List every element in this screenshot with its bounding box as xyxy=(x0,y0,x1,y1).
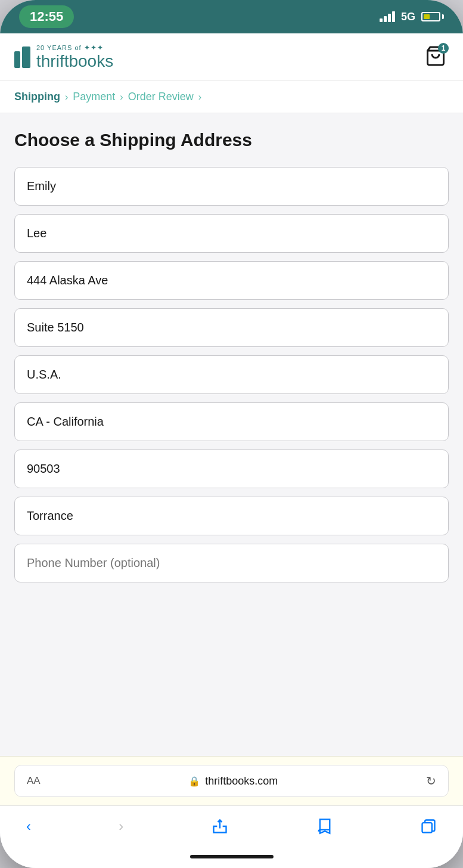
logo-years: 20 YEARS of ✦✦✦ xyxy=(36,44,113,52)
cart-badge: 1 xyxy=(438,43,449,54)
breadcrumb-arrow-3: › xyxy=(198,92,201,103)
logo-name: thriftbooks xyxy=(36,52,113,71)
lock-icon: 🔒 xyxy=(188,776,200,787)
tabs-icon xyxy=(420,818,437,835)
page-title: Choose a Shipping Address xyxy=(14,130,449,150)
home-indicator xyxy=(0,849,463,868)
home-bar xyxy=(190,855,274,858)
city-field[interactable] xyxy=(14,497,449,535)
back-button[interactable]: ‹ xyxy=(24,816,33,837)
logo-text: 20 YEARS of ✦✦✦ thriftbooks xyxy=(36,44,113,71)
share-icon xyxy=(212,818,228,835)
logo-books-icon xyxy=(14,46,30,68)
status-time: 12:55 xyxy=(19,5,74,28)
ios-nav-bar: ‹ › xyxy=(0,805,463,849)
browser-bottom-bar: AA 🔒 thriftbooks.com ↻ xyxy=(0,756,463,805)
zip-field[interactable] xyxy=(14,450,449,488)
logo: 20 YEARS of ✦✦✦ thriftbooks xyxy=(14,44,113,71)
url-domain: 🔒 thriftbooks.com xyxy=(188,775,278,788)
state-field[interactable] xyxy=(14,402,449,441)
phone-frame: 12:55 5G xyxy=(0,0,463,868)
battery-icon xyxy=(421,12,444,21)
cart-button[interactable]: 1 xyxy=(422,43,449,71)
breadcrumb-payment[interactable]: Payment xyxy=(73,91,115,103)
phone-field[interactable] xyxy=(14,544,449,582)
signal-bars-icon xyxy=(380,11,395,22)
last-name-field[interactable] xyxy=(14,214,449,253)
breadcrumb: Shipping › Payment › Order Review › xyxy=(0,81,463,113)
main-content: Choose a Shipping Address xyxy=(0,113,463,756)
breadcrumb-arrow-1: › xyxy=(65,92,68,103)
address2-field[interactable] xyxy=(14,308,449,347)
tabs-button[interactable] xyxy=(418,816,439,837)
app-header: 20 YEARS of ✦✦✦ thriftbooks 1 xyxy=(0,33,463,81)
font-size-control[interactable]: AA xyxy=(27,775,41,787)
breadcrumb-shipping[interactable]: Shipping xyxy=(14,91,60,103)
back-arrow-icon: ‹ xyxy=(26,818,31,835)
status-icons: 5G xyxy=(380,11,444,23)
share-button[interactable] xyxy=(209,816,231,837)
url-bar[interactable]: AA 🔒 thriftbooks.com ↻ xyxy=(14,765,449,797)
breadcrumb-arrow-2: › xyxy=(120,92,123,103)
network-type: 5G xyxy=(401,11,415,23)
reload-icon[interactable]: ↻ xyxy=(426,774,436,788)
address1-field[interactable] xyxy=(14,261,449,300)
bookmarks-button[interactable] xyxy=(313,816,335,837)
forward-button[interactable]: › xyxy=(116,816,126,837)
first-name-field[interactable] xyxy=(14,167,449,206)
forward-arrow-icon: › xyxy=(119,818,123,835)
svg-rect-1 xyxy=(422,823,432,832)
breadcrumb-order-review[interactable]: Order Review xyxy=(128,91,194,103)
country-field[interactable] xyxy=(14,355,449,394)
bookmarks-icon xyxy=(316,818,333,835)
stars-icon: ✦✦✦ xyxy=(84,44,104,52)
status-bar: 12:55 5G xyxy=(0,0,463,33)
